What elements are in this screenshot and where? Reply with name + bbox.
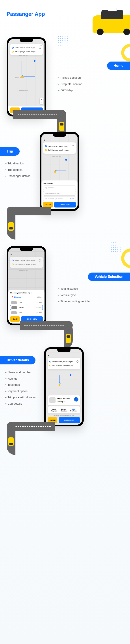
drop-address: Bell Srprings, south vegas <box>52 364 73 366</box>
vehicle-time: 12 min <box>36 306 41 308</box>
trip-options-title: Trip options <box>43 182 76 184</box>
notch <box>53 134 66 137</box>
street-label: Laps Harbor Ave <box>19 270 28 271</box>
cab-details: Cab details: Honda | Amaze | NG2501 <box>48 415 80 416</box>
add-button[interactable]: + Add <box>70 198 74 200</box>
vehicle-panel: Choose your vehicle type 📍 Distance 10 k… <box>8 290 45 324</box>
pickup-address: Hales Grove, south vegas <box>52 361 73 363</box>
driver-name: Marks Johnson <box>57 397 72 399</box>
driver-card: Marks Johnson ★★★★☆ Total trip 84 📞 <box>48 396 80 405</box>
trip-stats: CashPayment 23minDuration $40Trip Price <box>48 406 80 414</box>
pickup-address: Hales Grove, south vegas <box>48 145 68 147</box>
taxi-icon <box>8 222 14 231</box>
phone-home: Laps Harbor Ave Sapphire Cove Ave Palace… <box>7 37 46 116</box>
decoration-circle <box>121 248 130 268</box>
notch <box>20 39 33 42</box>
route-line <box>22 61 35 76</box>
address-card: Hales Grove, south vegas Bell Srprings, … <box>10 44 43 55</box>
decoration-circle <box>121 44 130 62</box>
decoration-dots <box>57 35 68 46</box>
book-now-button[interactable]: BOOK NOW <box>59 418 80 423</box>
drop-address: Bell Srprings, south vegas <box>15 50 36 52</box>
section-tab-home: Home <box>107 62 130 70</box>
street-label: Laps Harbor Ave <box>52 156 61 157</box>
duration-stat: 23minDuration <box>61 408 67 412</box>
trip-objective-input[interactable]: Trip Objective <box>43 186 76 190</box>
feature-list-vehicle: Total distance Vehicle type Time accordi… <box>57 286 90 305</box>
vehicle-option-sedan[interactable]: Sedan 12 min <box>10 305 43 310</box>
car-icon <box>11 301 17 304</box>
passengers-input[interactable]: How many passengers? <box>43 191 76 196</box>
notch <box>57 349 70 352</box>
zoom-in[interactable]: + <box>40 98 43 101</box>
target-icon[interactable] <box>39 259 41 262</box>
children-input[interactable]: Any children? Age of child+ Add <box>43 196 76 201</box>
street-label: Sapphire Cove Ave <box>15 76 25 78</box>
pickup-dot-icon <box>12 260 14 261</box>
menu-icon[interactable]: ≡ <box>44 139 45 141</box>
section-tab-vehicle: Vehicle Selection <box>88 272 130 281</box>
price-stat: $40Trip Price <box>70 408 77 412</box>
pickup-pin <box>34 60 36 62</box>
decoration-dots <box>110 242 121 253</box>
route-line <box>59 376 70 384</box>
vehicle-option-mini[interactable]: Mini 12 min <box>10 300 43 305</box>
menu-icon[interactable]: ≡ <box>48 354 49 357</box>
vehicle-time: 12 min <box>36 312 42 314</box>
drop-pin <box>59 384 60 386</box>
target-icon[interactable] <box>76 360 78 363</box>
feature-list-home: Pickup Location Drop off Location GPS Ma… <box>57 75 82 94</box>
drop-dot-icon <box>45 149 47 151</box>
phone-vehicle: Laps Harbor Ave ≡ Hales Grove, south veg… <box>7 246 46 325</box>
taxi-hero-image <box>92 6 130 35</box>
address-card: Hales Grove, south vegas Bell Srprings, … <box>48 358 80 369</box>
pickup-pin <box>70 374 71 376</box>
notch <box>20 248 33 251</box>
page-title: Passanger App <box>7 11 45 17</box>
taxi-icon <box>8 438 14 446</box>
menu-icon[interactable]: ≡ <box>11 253 12 256</box>
vehicle-time: 12 min <box>36 302 42 304</box>
drop-address: Bell Srprings, south vegas <box>15 263 36 265</box>
car-icon <box>11 311 17 314</box>
vehicle-name: Sedan <box>19 306 24 308</box>
vehicle-name: Suv <box>19 312 22 314</box>
target-icon[interactable] <box>72 145 74 147</box>
street-label: Palace Estate Ave <box>19 90 28 91</box>
phone-driver: ≡ Hales Grove, south vegas Bell Srprings… <box>44 347 84 426</box>
payment-stat: CashPayment <box>51 408 57 412</box>
zoom-out[interactable]: − <box>40 101 43 104</box>
call-button[interactable]: 📞 <box>74 397 78 402</box>
route-line <box>55 160 66 171</box>
drop-dot-icon <box>12 51 14 52</box>
vehicle-panel-title: Choose your vehicle type <box>10 292 43 294</box>
taxi-icon <box>59 122 64 131</box>
feature-list-driver: Name and number Ratings Total trips Paym… <box>5 369 36 407</box>
back-button[interactable]: ‹ BACK <box>10 316 20 322</box>
driver-trips: Total trip 84 <box>57 401 72 402</box>
pickup-dot-icon <box>12 47 14 48</box>
driver-panel: Marks Johnson ★★★★☆ Total trip 84 📞 Cash… <box>46 394 82 425</box>
address-card: Hales Grove, south vegas Bell Srprings, … <box>43 142 76 154</box>
car-icon <box>12 306 17 309</box>
vehicle-name: Mini <box>19 302 22 304</box>
trip-options-panel: Trip options Trip Objective How many pas… <box>41 180 78 209</box>
target-icon[interactable] <box>39 46 41 49</box>
drop-pin <box>54 171 56 173</box>
drop-pin <box>21 76 23 78</box>
distance-value: 10 km <box>37 296 41 298</box>
pickup-address: Hales Grove, south vegas <box>15 47 35 49</box>
book-now-button[interactable]: BOOK NOW <box>54 202 76 208</box>
section-tab-driver: Driver details <box>0 356 36 364</box>
taxi-icon <box>66 334 71 343</box>
drop-dot-icon <box>49 365 51 366</box>
distance-label: Distance <box>14 296 21 298</box>
vehicle-option-suv[interactable]: Suv 12 min <box>10 310 43 315</box>
section-tab-trip: Trip <box>0 147 20 156</box>
pickup-address: Hales Grove, south vegas <box>15 260 35 262</box>
driver-avatar <box>49 397 56 403</box>
drop-dot-icon <box>12 264 14 265</box>
favorite-icon[interactable]: ☆ <box>40 44 42 47</box>
pickup-dot-icon <box>49 361 51 362</box>
phone-trip: Laps Harbor Ave ≡ Hales Grove, south veg… <box>40 132 79 211</box>
